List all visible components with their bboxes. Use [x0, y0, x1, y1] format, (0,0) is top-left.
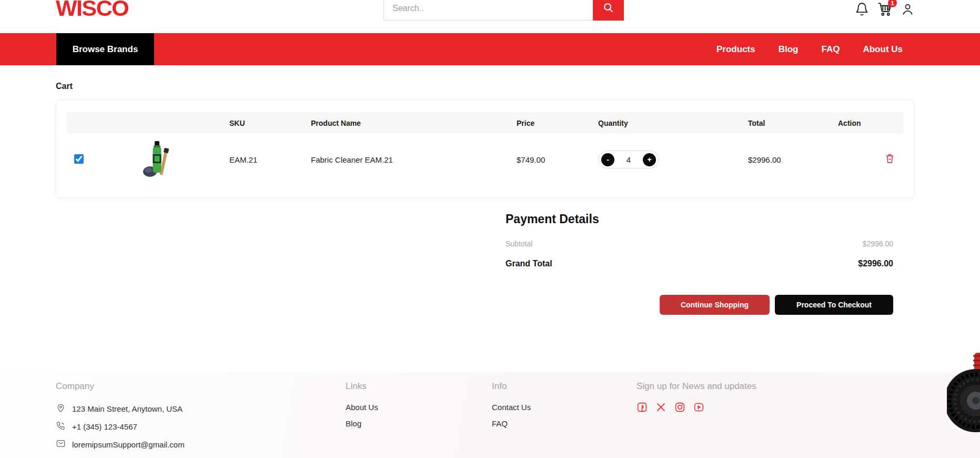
quantity-increase-button[interactable]: +: [643, 153, 656, 166]
quantity-decrease-button[interactable]: -: [601, 153, 614, 166]
bell-icon: [855, 2, 869, 18]
cart-count-badge: 1: [888, 0, 897, 7]
page: WISCO: [0, 0, 980, 458]
location-pin-icon: [56, 403, 66, 414]
checkout-actions: Continue Shopping Proceed To Checkout: [506, 295, 893, 315]
main-content: Cart SKU Product Name Price Quantity Tot…: [0, 82, 980, 315]
quantity-stepper: - 4 +: [598, 151, 659, 168]
footer-phone-text: +1 (345) 123-4567: [72, 422, 137, 431]
search-button[interactable]: [593, 0, 624, 21]
search-icon: [602, 2, 614, 15]
user-icon: [901, 2, 915, 18]
cart-table-header: SKU Product Name Price Quantity Total Ac…: [66, 112, 904, 134]
nav-link-products[interactable]: Products: [716, 44, 755, 55]
footer-company-heading: Company: [56, 381, 185, 392]
column-header-action: Action: [826, 119, 904, 127]
tire-decoration-image: [947, 352, 980, 436]
footer-link-blog[interactable]: Blog: [346, 419, 378, 428]
footer-links-column: Links About Us Blog: [346, 381, 378, 428]
footer-links-heading: Links: [346, 381, 378, 392]
footer-company-column: Company 123 Main Street, Anytown, USA: [56, 381, 185, 450]
grand-total-row: Grand Total $2996.00: [506, 259, 893, 268]
cart-card: SKU Product Name Price Quantity Total Ac…: [56, 99, 914, 198]
footer-info-column: Info Contact Us FAQ: [492, 381, 531, 428]
quantity-value: 4: [627, 155, 631, 164]
trash-icon: [884, 153, 895, 166]
facebook-icon[interactable]: [637, 402, 648, 413]
item-name: Fabric Cleaner EAM.21: [300, 155, 506, 164]
column-header-total: Total: [737, 119, 826, 127]
footer-newsletter-column: Sign up for News and updates: [637, 381, 756, 413]
footer-email[interactable]: loremipsumSupport@gmail.com: [56, 439, 185, 450]
newsletter-heading: Sign up for News and updates: [637, 381, 756, 392]
proceed-to-checkout-button[interactable]: Proceed To Checkout: [775, 295, 893, 315]
cart-button[interactable]: 1: [876, 1, 893, 19]
column-header-price: Price: [506, 119, 587, 127]
brand-logo[interactable]: WISCO: [56, 0, 128, 21]
footer-info-heading: Info: [492, 381, 531, 392]
phone-icon: [56, 421, 66, 432]
search-bar: [383, 0, 624, 21]
item-total: $2996.00: [737, 155, 826, 164]
browse-brands-button[interactable]: Browse Brands: [56, 33, 154, 65]
nav-links: Products Blog FAQ About Us: [716, 44, 903, 55]
nav-link-about-us[interactable]: About Us: [863, 44, 903, 55]
item-price: $749.00: [506, 155, 587, 164]
footer-address-text: 123 Main Street, Anytown, USA: [72, 404, 183, 413]
x-twitter-icon[interactable]: [655, 402, 666, 413]
header-icons: 1: [855, 2, 915, 18]
grand-total-label: Grand Total: [506, 259, 552, 268]
footer: Company 123 Main Street, Anytown, USA: [0, 372, 980, 458]
footer-link-faq[interactable]: FAQ: [492, 419, 531, 428]
payment-details-title: Payment Details: [506, 212, 893, 226]
payment-details-section: Payment Details Subtotal $2996.00 Grand …: [506, 212, 893, 315]
top-header: WISCO: [0, 0, 980, 33]
instagram-icon[interactable]: [674, 402, 685, 413]
item-sku: EAM.21: [219, 155, 300, 164]
footer-phone[interactable]: +1 (345) 123-4567: [56, 421, 185, 432]
notifications-button[interactable]: [855, 2, 869, 18]
product-image: [141, 171, 171, 180]
page-title: Cart: [56, 82, 980, 91]
footer-email-text: loremipsumSupport@gmail.com: [72, 440, 185, 449]
grand-total-value: $2996.00: [858, 259, 893, 268]
item-select-checkbox[interactable]: [74, 154, 84, 164]
footer-link-about-us[interactable]: About Us: [346, 403, 378, 412]
column-header-quantity: Quantity: [587, 119, 737, 127]
footer-link-contact-us[interactable]: Contact Us: [492, 403, 531, 412]
youtube-icon[interactable]: [693, 402, 704, 413]
subtotal-row: Subtotal $2996.00: [506, 240, 893, 248]
remove-item-button[interactable]: [884, 153, 895, 166]
cart-item-row: EAM.21 Fabric Cleaner EAM.21 $749.00 - 4…: [66, 134, 904, 185]
main-navbar: Browse Brands Products Blog FAQ About Us: [0, 33, 980, 65]
nav-link-faq[interactable]: FAQ: [822, 44, 840, 55]
subtotal-value: $2996.00: [863, 240, 893, 248]
account-button[interactable]: [901, 2, 915, 18]
column-header-product-name: Product Name: [300, 119, 506, 127]
footer-address[interactable]: 123 Main Street, Anytown, USA: [56, 403, 185, 414]
subtotal-label: Subtotal: [506, 240, 532, 248]
column-header-sku: SKU: [219, 119, 300, 127]
mail-icon: [56, 439, 66, 450]
nav-link-blog[interactable]: Blog: [779, 44, 799, 55]
social-icons: [637, 402, 756, 413]
continue-shopping-button[interactable]: Continue Shopping: [660, 295, 770, 315]
search-input[interactable]: [383, 0, 593, 21]
